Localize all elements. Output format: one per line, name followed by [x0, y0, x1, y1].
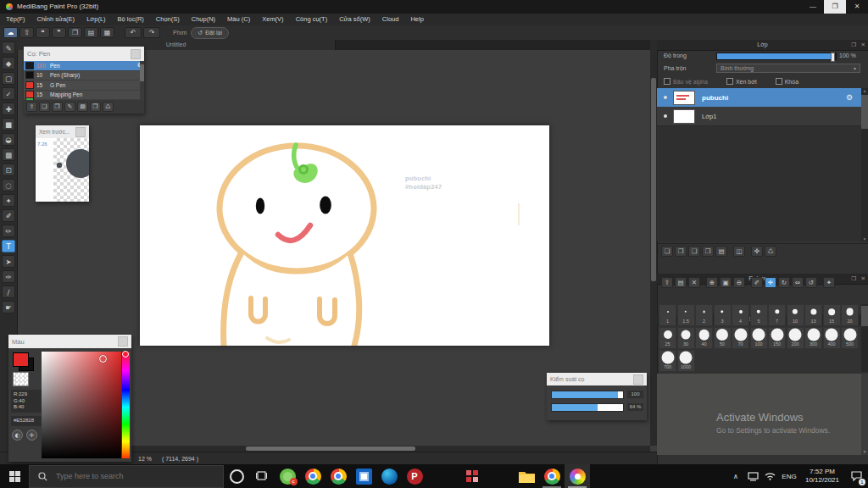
search-input[interactable]	[54, 471, 202, 481]
action-center-button[interactable]: 1	[844, 464, 868, 488]
brush-size-10[interactable]: 10	[787, 304, 804, 326]
vscroll-thumb[interactable]	[651, 78, 656, 281]
taskbar-app-photos[interactable]	[351, 464, 376, 488]
brush-size-slider[interactable]	[551, 391, 624, 399]
bucket-tool[interactable]: ◒	[2, 133, 15, 146]
menu-item-10[interactable]: Cloud	[376, 14, 405, 25]
menu-item-1[interactable]: Chỉnh sửa(E)	[31, 14, 81, 25]
brush-opacity-slider[interactable]	[551, 403, 624, 412]
select-erase-tool[interactable]: ✏	[2, 225, 15, 237]
new-brush-icon[interactable]: ❏	[39, 102, 50, 112]
sv-marker[interactable]	[99, 355, 107, 363]
menu-item-7[interactable]: Xem(V)	[256, 14, 289, 25]
palette-button[interactable]: ◐	[12, 430, 23, 441]
brush-folder-icon[interactable]: ▤	[77, 102, 88, 112]
menu-item-3[interactable]: Bộ lọc(R)	[112, 14, 150, 25]
lock-reference-icon[interactable]: ✦	[823, 277, 835, 288]
tray-pc-icon[interactable]	[744, 464, 761, 488]
brush-item-2[interactable]: 15G Pen	[24, 80, 144, 91]
cortana-button[interactable]	[224, 464, 249, 488]
select-pen-tool[interactable]: ✓	[2, 87, 15, 100]
export-page-icon[interactable]: ❐	[68, 27, 82, 38]
brush-size-3[interactable]: 3	[714, 304, 732, 326]
edit-brush-icon[interactable]: ✎	[64, 102, 75, 112]
saturation-value-picker[interactable]	[42, 352, 121, 458]
divide-tool[interactable]: ∕	[2, 286, 15, 298]
brush-size-700[interactable]: 700	[659, 350, 676, 372]
brush-size-7[interactable]: 7	[768, 304, 786, 326]
taskbar-app-chrome[interactable]	[326, 464, 351, 488]
panel-collapse-button[interactable]	[131, 49, 141, 59]
menu-item-9[interactable]: Cửa sổ(W)	[333, 14, 376, 25]
pen-tool[interactable]: ✎	[2, 42, 15, 54]
pick-color-icon[interactable]: ✐	[751, 277, 763, 288]
brush-size-300[interactable]: 300	[804, 327, 822, 349]
menu-item-8[interactable]: Công cụ(T)	[290, 14, 334, 25]
redo-button[interactable]: ↷	[143, 27, 160, 38]
rotate-reset-icon[interactable]: ↺	[805, 277, 817, 288]
flip-icon[interactable]: ⇔	[792, 277, 804, 288]
preview-thumbnail[interactable]	[53, 138, 89, 202]
brush-size-1.5[interactable]: 1.5	[677, 304, 695, 326]
delete-layer-icon[interactable]: ♺	[765, 246, 776, 257]
brush-size-200[interactable]: 200	[787, 327, 804, 349]
upload-brush-icon[interactable]: ⇧	[26, 102, 37, 112]
zoom-out-icon[interactable]: ⊖	[733, 277, 745, 288]
taskbar-search[interactable]	[29, 465, 224, 488]
brush-size-50[interactable]: 50	[714, 327, 732, 349]
new-layer-icon[interactable]: ❏	[661, 246, 673, 257]
tray-clock[interactable]: 7:52 PM 10/12/2021	[800, 468, 844, 485]
brush-item-3[interactable]: 15Mapping Pen	[24, 91, 144, 101]
close-panel-icon[interactable]: ✕	[861, 40, 865, 50]
rotate-cw-icon[interactable]: ↻	[778, 277, 790, 288]
checkbox-icon[interactable]	[664, 78, 670, 85]
brush-size-100[interactable]: 100	[750, 327, 768, 349]
brush-size-1[interactable]: 1	[659, 304, 676, 326]
hand-tool[interactable]: ☛	[2, 301, 15, 313]
panel-collapse-button[interactable]	[75, 127, 86, 137]
scroll-thumb[interactable]	[140, 64, 144, 81]
eyedropper-tool[interactable]: ✑	[2, 270, 15, 283]
brush-item-0[interactable]: 100Pen⚙	[24, 61, 144, 71]
lasso-tool[interactable]: ◌	[2, 179, 15, 191]
start-button[interactable]	[0, 464, 29, 488]
menu-item-6[interactable]: Màu (C)	[221, 14, 256, 25]
layer-visibility-dot[interactable]	[664, 96, 667, 99]
clear-reference-icon[interactable]: ✕	[688, 277, 700, 288]
brush-size-15[interactable]: 15	[823, 304, 841, 326]
chat-icon[interactable]: ❞	[52, 27, 66, 38]
brush-size-30[interactable]: 30	[677, 327, 695, 349]
layer-opacity-slider[interactable]	[716, 53, 837, 60]
close-button[interactable]: ✕	[846, 0, 868, 14]
open-reference-icon[interactable]: ⇧	[661, 277, 673, 288]
brush-size-2[interactable]: 2	[695, 304, 713, 326]
select-draw-tool[interactable]: ✐	[2, 209, 15, 222]
taskbar-app-grid[interactable]	[459, 464, 485, 488]
canvas-vscrollbar[interactable]	[650, 40, 657, 446]
panel-list-icon[interactable]: ▤	[84, 27, 98, 38]
fill-rect-tool[interactable]: ■	[2, 118, 15, 130]
brush-list-scrollbar[interactable]	[140, 61, 144, 100]
move-tool[interactable]: ✚	[2, 103, 15, 115]
reset-button[interactable]: ↺ Đặt lại	[191, 27, 229, 39]
brush-size-scrollbar[interactable]	[861, 304, 868, 372]
hue-slider[interactable]	[122, 352, 130, 458]
brush-size-4[interactable]: 4	[732, 304, 749, 326]
comment-icon[interactable]: ❝	[36, 27, 50, 38]
layer-visibility-dot[interactable]	[664, 114, 667, 118]
menu-item-5[interactable]: Chụp(N)	[186, 14, 221, 25]
panel-collapse-button[interactable]	[633, 374, 643, 385]
tray-language[interactable]: ENG	[778, 464, 800, 488]
duplicate-layer-icon[interactable]: ❐	[675, 246, 687, 257]
zoom-in-icon[interactable]: ⊕	[706, 277, 718, 288]
task-view-button[interactable]	[249, 464, 275, 488]
cloud-icon[interactable]: ☁	[3, 27, 18, 38]
taskbar-app-file-explorer[interactable]	[514, 464, 539, 488]
magic-wand-tool[interactable]: ✦	[2, 194, 15, 207]
drawing-canvas[interactable]: pubuchi #hoidap247	[140, 125, 549, 346]
layer-row-1[interactable]: Lớp1	[657, 107, 861, 126]
upload-icon[interactable]: ⇧	[19, 27, 34, 38]
panel-collapse-button[interactable]	[118, 336, 128, 347]
brush-size-1000[interactable]: 1000	[677, 350, 695, 372]
taskbar-app-chrome-colorful[interactable]	[539, 464, 565, 488]
